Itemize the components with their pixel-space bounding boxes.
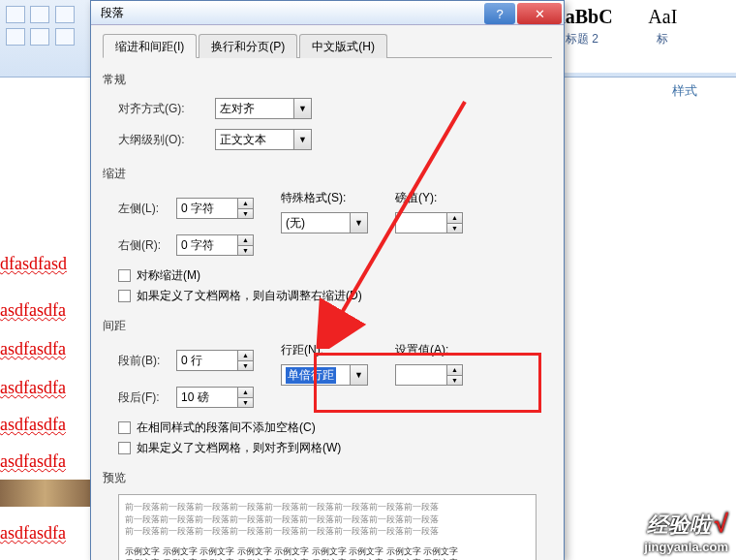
- chevron-down-icon[interactable]: ▼: [293, 99, 311, 118]
- doc-text: dfasdfasd: [0, 254, 67, 274]
- paragraph-dialog: 段落 ? ✕ 缩进和间距(I) 换行和分页(P) 中文版式(H) 常规 对齐方式…: [90, 0, 565, 560]
- special-indent-combo[interactable]: (无) ▼: [281, 212, 368, 233]
- doc-text: asdfasdfa: [0, 415, 66, 435]
- checkbox-icon[interactable]: [118, 269, 131, 282]
- label-mirror-indent: 对称缩进(M): [137, 267, 200, 284]
- checkbox-icon[interactable]: [118, 442, 131, 454]
- doc-text: asdfasdfa: [0, 300, 66, 321]
- section-general: 常规: [103, 72, 552, 88]
- space-after-value: 10 磅: [181, 389, 209, 406]
- watermark-url: jingyanla.com: [644, 540, 728, 554]
- styles-caption: 样式: [672, 82, 697, 100]
- doc-text: asdfasdfa: [0, 523, 66, 544]
- indent-by-spinner[interactable]: ▲▼: [395, 212, 463, 233]
- spinner-buttons[interactable]: ▲▼: [237, 199, 253, 218]
- style-label: 标: [624, 31, 701, 47]
- label-space-after: 段后(F):: [118, 389, 176, 406]
- line-spacing-value: 单倍行距: [286, 367, 336, 384]
- label-line-spacing: 行距(N):: [281, 342, 368, 358]
- section-preview: 预览: [103, 470, 552, 486]
- preview-faint-line: 前一段落前一段落前一段落前一段落前一段落前一段落前一段落前一段落前一段落: [125, 513, 530, 526]
- ribbon-icon[interactable]: [6, 28, 25, 46]
- chevron-down-icon[interactable]: ▼: [350, 365, 367, 385]
- line-spacing-combo[interactable]: 单倍行距 ▼: [281, 364, 368, 386]
- watermark-brand: 经验啦: [647, 513, 711, 537]
- ribbon-icon[interactable]: [55, 6, 75, 23]
- spinner-buttons[interactable]: ▲▼: [446, 365, 462, 385]
- tab-asian-typography[interactable]: 中文版式(H): [299, 34, 387, 58]
- style-heading-partial[interactable]: AaI 标: [624, 1, 701, 47]
- alignment-combo[interactable]: 左对齐 ▼: [215, 98, 312, 119]
- label-indent-right: 右侧(R):: [118, 237, 176, 254]
- section-indent: 缩进: [103, 166, 552, 182]
- label-by: 磅值(Y):: [395, 190, 463, 206]
- outline-level-combo[interactable]: 正文文本 ▼: [215, 129, 312, 150]
- preview-sample-line: 示例文字 示例文字 示例文字 示例文字 示例文字 示例文字 示例文字 示例文字 …: [125, 545, 530, 558]
- spinner-buttons[interactable]: ▲▼: [237, 388, 253, 407]
- label-indent-left: 左侧(L):: [118, 201, 176, 217]
- ribbon-icon[interactable]: [55, 28, 75, 46]
- label-special: 特殊格式(S):: [281, 190, 368, 206]
- preview-box: 前一段落前一段落前一段落前一段落前一段落前一段落前一段落前一段落前一段落 前一段…: [118, 494, 537, 560]
- ribbon-icon[interactable]: [30, 28, 49, 46]
- space-before-spinner[interactable]: 0 行 ▲▼: [176, 350, 254, 371]
- label-no-space-same-style: 在相同样式的段落间不添加空格(C): [137, 420, 316, 436]
- spinner-buttons[interactable]: ▲▼: [446, 213, 462, 233]
- indent-right-spinner[interactable]: 0 字符 ▲▼: [176, 234, 254, 256]
- tab-strip: 缩进和间距(I) 换行和分页(P) 中文版式(H): [103, 33, 552, 58]
- section-spacing: 间距: [103, 318, 552, 334]
- alignment-value: 左对齐: [220, 101, 255, 117]
- snap-grid-row[interactable]: 如果定义了文档网格，则对齐到网格(W): [118, 440, 552, 456]
- indent-left-value: 0 字符: [181, 201, 214, 217]
- doc-image: [0, 480, 90, 507]
- watermark: 经验啦 √ jingyanla.com: [644, 509, 728, 554]
- spinner-buttons[interactable]: ▲▼: [237, 351, 253, 370]
- checkbox-icon[interactable]: [118, 421, 131, 434]
- label-space-before: 段前(B):: [118, 353, 176, 369]
- preview-faint-line: 前一段落前一段落前一段落前一段落前一段落前一段落前一段落前一段落前一段落: [125, 525, 530, 538]
- spinner-buttons[interactable]: ▲▼: [237, 235, 253, 255]
- auto-adjust-indent-row[interactable]: 如果定义了文档网格，则自动调整右缩进(D): [118, 288, 552, 304]
- preview-faint-line: 前一段落前一段落前一段落前一段落前一段落前一段落前一段落前一段落前一段落: [125, 501, 530, 513]
- indent-left-spinner[interactable]: 0 字符 ▲▼: [176, 198, 254, 219]
- outline-level-value: 正文文本: [220, 132, 266, 148]
- titlebar: 段落 ? ✕: [91, 1, 564, 25]
- special-indent-value: (无): [286, 215, 305, 232]
- label-alignment: 对齐方式(G):: [118, 101, 215, 117]
- doc-text: asdfasdfa: [0, 451, 66, 472]
- at-spinner[interactable]: ▲▼: [395, 364, 463, 386]
- label-snap-grid: 如果定义了文档网格，则对齐到网格(W): [137, 440, 341, 456]
- ribbon-icon[interactable]: [30, 6, 49, 23]
- ribbon-icon[interactable]: [6, 6, 25, 23]
- label-at: 设置值(A):: [395, 342, 463, 358]
- help-button[interactable]: ?: [484, 3, 515, 24]
- close-button[interactable]: ✕: [517, 3, 562, 24]
- styles-gallery[interactable]: AaBbC 标题 2 AaI 标: [542, 0, 736, 73]
- mirror-indent-row[interactable]: 对称缩进(M): [118, 267, 552, 284]
- indent-right-value: 0 字符: [181, 237, 214, 254]
- space-after-spinner[interactable]: 10 磅 ▲▼: [176, 387, 254, 408]
- doc-text: asdfasdfa: [0, 378, 66, 398]
- checkbox-icon[interactable]: [118, 290, 131, 302]
- tab-line-page-breaks[interactable]: 换行和分页(P): [199, 34, 297, 58]
- ribbon-left-group: [5, 5, 92, 63]
- dialog-body: 缩进和间距(I) 换行和分页(P) 中文版式(H) 常规 对齐方式(G): 左对…: [91, 25, 564, 560]
- style-preview: AaI: [624, 1, 701, 28]
- dialog-title: 段落: [101, 5, 484, 21]
- chevron-down-icon[interactable]: ▼: [293, 130, 311, 149]
- label-auto-adjust-indent: 如果定义了文档网格，则自动调整右缩进(D): [137, 288, 362, 304]
- space-before-value: 0 行: [181, 353, 202, 369]
- chevron-down-icon[interactable]: ▼: [350, 213, 367, 233]
- label-outline-level: 大纲级别(O):: [118, 132, 215, 148]
- check-icon: √: [715, 509, 728, 538]
- tab-indent-spacing[interactable]: 缩进和间距(I): [103, 34, 197, 58]
- no-space-same-style-row[interactable]: 在相同样式的段落间不添加空格(C): [118, 420, 552, 436]
- doc-text: asdfasdfa: [0, 339, 66, 359]
